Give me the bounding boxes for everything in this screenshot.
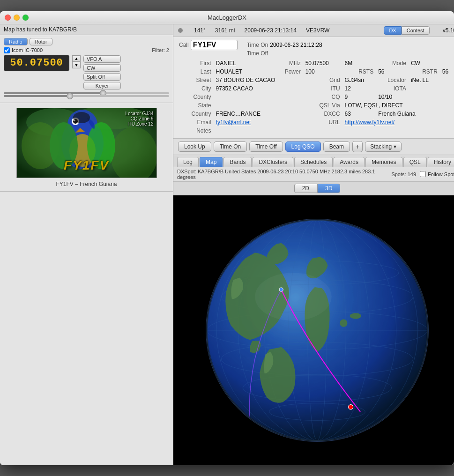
right-panel: 141° 3161 mi 2009-06-23 21:13:14 VE3VRW … xyxy=(173,24,454,465)
left-panel: Map has tuned to KA7BGR/B Radio Rotor Ic… xyxy=(0,24,173,465)
tab-bands[interactable]: Bands xyxy=(223,157,252,167)
version-label: v5.10 xyxy=(443,27,454,34)
beam-button[interactable]: Beam xyxy=(323,141,350,152)
rstr-value: 56 xyxy=(440,68,454,75)
freq-down[interactable]: ▼ xyxy=(72,62,81,68)
mhz-label: MHz xyxy=(268,60,303,67)
qso-image-section: Locator GJ34 CQ Zone 9 ITU Zone 12 FY1FV… xyxy=(0,103,173,192)
maximize-button[interactable] xyxy=(22,15,29,21)
itu-label: ITU xyxy=(304,85,342,92)
radio-button[interactable]: Radio xyxy=(4,38,28,45)
time-on-button[interactable]: Time On xyxy=(214,141,247,152)
dx-info-section: Call Time On 2009-06-23 21:12:28 Time Of… xyxy=(173,37,454,139)
cq-score: 10/10 xyxy=(376,93,439,101)
rotor-button[interactable]: Rotor xyxy=(30,38,52,45)
follow-spots-label[interactable]: Follow Spots xyxy=(420,171,454,177)
radio-checkbox[interactable] xyxy=(4,47,10,53)
dx-info-table: First DANIEL MHz 50.07500 6M Mode CW Las… xyxy=(179,59,454,135)
dxcc-name: French Guiana xyxy=(376,110,439,118)
call-input[interactable] xyxy=(191,40,238,50)
radio-checkbox-label[interactable]: Icom IC-7000 xyxy=(4,47,43,53)
svg-point-13 xyxy=(73,112,90,123)
locator-line1: Locator GJ34 xyxy=(125,111,153,116)
county-value xyxy=(214,93,303,101)
main-window: MacLoggerDX Map has tuned to KA7BGR/B Ra… xyxy=(0,11,454,465)
qso-image: Locator GJ34 CQ Zone 9 ITU Zone 12 FY1FV xyxy=(16,108,157,178)
cq-value: 9 xyxy=(343,93,376,101)
follow-spots-checkbox[interactable] xyxy=(420,171,426,177)
minimize-button[interactable] xyxy=(14,15,20,21)
tab-map[interactable]: Map xyxy=(200,157,223,167)
mhz-value: 50.07500 xyxy=(304,60,342,67)
log-qso-button[interactable]: Log QSO xyxy=(285,141,321,152)
tab-history[interactable]: History xyxy=(428,157,454,167)
lookup-button[interactable]: Look Up xyxy=(178,141,211,152)
city-label: City xyxy=(180,85,213,92)
spots-count-value: 149 xyxy=(408,171,416,177)
street-value: 37 BOURG DE CACAO xyxy=(214,76,303,84)
dx-button[interactable]: DX xyxy=(384,26,401,35)
tab-dxclusters[interactable]: DXClusters xyxy=(253,157,293,167)
iota-label: IOTA xyxy=(376,85,408,92)
close-button[interactable] xyxy=(5,15,11,21)
time-off-label: Time Off xyxy=(238,50,268,57)
distance-value: 3161 mi xyxy=(215,27,235,34)
bearing-value: 141° xyxy=(194,27,206,34)
city-value: 97352 CACAO xyxy=(214,85,303,92)
plus-button[interactable]: + xyxy=(352,141,363,152)
freq-up[interactable]: ▲ xyxy=(72,55,81,62)
view-toggle: 2D 3D xyxy=(173,182,454,195)
tab-memories[interactable]: Memories xyxy=(365,157,402,167)
rsts-value: 56 xyxy=(376,68,408,75)
email-value[interactable]: fy1fv@arrl.net xyxy=(214,119,303,126)
dxcc-value: 63 xyxy=(343,110,376,118)
email-label: Email xyxy=(180,119,213,126)
url-label: URL xyxy=(304,119,342,126)
grid-label: Grid xyxy=(304,76,342,84)
street-label: Street xyxy=(180,76,213,84)
tab-schedules[interactable]: Schedules xyxy=(294,157,333,167)
tab-log[interactable]: Log xyxy=(177,157,199,167)
last-label: Last xyxy=(180,68,213,75)
time-off-button[interactable]: Time Off xyxy=(249,141,283,152)
split-select[interactable]: Split Off xyxy=(83,73,121,81)
status-bar: Map has tuned to KA7BGR/B xyxy=(0,24,173,35)
status-message: Map has tuned to KA7BGR/B xyxy=(4,26,77,33)
contest-button[interactable]: Contest xyxy=(402,26,430,35)
svg-point-34 xyxy=(279,287,283,291)
radio-section: Radio Rotor Icom IC-7000 Filter: 2 50.07… xyxy=(0,35,173,103)
dx-contest-toggle: DX Contest xyxy=(384,26,429,35)
vfo-select[interactable]: VFO A xyxy=(83,55,121,63)
mode-select[interactable]: CW xyxy=(83,64,121,72)
tab-awards[interactable]: Awards xyxy=(334,157,365,167)
dxspot-text: DXSpot: KA7BGR/B United States 2009-06-2… xyxy=(177,169,387,180)
itu-value: 12 xyxy=(343,85,376,92)
keyer-button[interactable]: Keyer xyxy=(83,82,121,89)
slider-row-2 xyxy=(4,95,169,97)
first-value: DANIEL xyxy=(214,60,267,67)
state-value xyxy=(214,102,303,109)
url-value[interactable]: http://www.fy1fv.net/ xyxy=(343,119,439,126)
follow-spots-text: Follow Spots xyxy=(428,171,454,177)
2d-button[interactable]: 2D xyxy=(294,184,317,193)
frequency-stepper[interactable]: ▲ ▼ xyxy=(72,55,81,68)
time-on-label: Time On xyxy=(238,40,268,50)
mode-value: CW xyxy=(409,60,439,67)
svg-point-31 xyxy=(350,313,362,319)
power-label: Power xyxy=(268,68,303,75)
window-title: MacLoggerDX xyxy=(208,14,246,21)
band-value: 6M xyxy=(343,60,376,67)
dxcc-label: DXCC xyxy=(304,110,342,118)
stacking-button[interactable]: Stacking ▾ xyxy=(365,141,402,152)
radio-model-label: Icom IC-7000 xyxy=(12,47,43,53)
tab-qsl[interactable]: QSL xyxy=(403,157,427,167)
iota-value xyxy=(409,85,439,92)
content-area: Map has tuned to KA7BGR/B Radio Rotor Ic… xyxy=(0,24,454,465)
notes-label: Notes xyxy=(180,127,213,134)
time-off-value xyxy=(268,50,322,57)
top-info-bar: 141° 3161 mi 2009-06-23 21:13:14 VE3VRW … xyxy=(173,24,454,37)
qsl-via-value: LOTW, EQSL, DIRECT xyxy=(343,102,439,109)
3d-button[interactable]: 3D xyxy=(317,184,340,193)
status-callsign: VE3VRW xyxy=(306,27,329,34)
freq-display[interactable]: 50.07500 xyxy=(4,55,69,71)
